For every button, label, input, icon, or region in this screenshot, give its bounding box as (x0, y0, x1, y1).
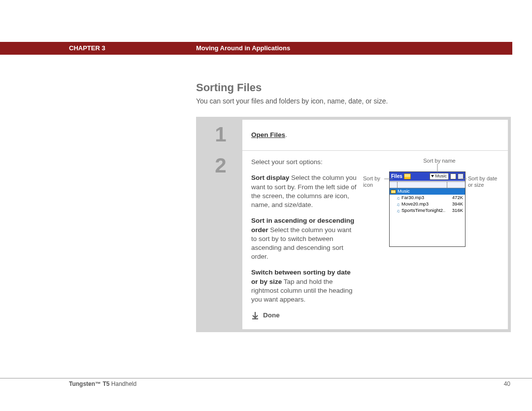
file-name: Far30.mp3 (400, 195, 445, 201)
sort-display-paragraph: Sort display Select the column you want … (251, 173, 359, 209)
palm-screenshot: Files Music (389, 171, 466, 247)
folder-name: Music (398, 188, 410, 195)
palm-view-card-button[interactable] (458, 173, 464, 179)
callout-sort-by-date-size: Sort by date or size (468, 175, 498, 188)
figure-column: Sort by name Sort by icon Sort by date o… (365, 158, 500, 320)
done-row: Done (251, 311, 359, 320)
music-note-icon: ♫ (396, 202, 400, 207)
sort-order-paragraph: Sort in ascending or descending order Se… (251, 216, 359, 261)
folder-icon (404, 173, 411, 179)
file-row[interactable]: ♫ Move20.mp3 394K (390, 201, 465, 207)
done-label: Done (263, 311, 280, 320)
file-size: 472K (445, 195, 465, 201)
column-header-name[interactable] (398, 181, 447, 188)
palm-title: Files (391, 173, 402, 180)
music-note-icon: ♫ (396, 195, 400, 201)
palm-category-dropdown[interactable]: Music (430, 173, 449, 180)
step-body: Open Files. (242, 120, 508, 150)
folder-icon (391, 190, 396, 194)
switch-date-size-paragraph: Switch between sorting by date or by siz… (251, 268, 359, 304)
palm-view-list-button[interactable] (450, 173, 456, 179)
arrow-down-icon (251, 311, 259, 319)
product-name-rest: Handheld (109, 380, 136, 387)
file-name: SportsTimeTonight2… (400, 207, 445, 214)
main-content: Sorting Files You can sort your files an… (196, 81, 508, 332)
file-row[interactable]: ♫ SportsTimeTonight2… 316K (390, 207, 465, 214)
music-note-icon: ♫ (396, 208, 400, 214)
open-files-link[interactable]: Open Files (251, 131, 285, 138)
chapter-label: CHAPTER 3 (69, 44, 105, 52)
file-size: 394K (445, 201, 465, 207)
steps-frame: 1 Open Files. 2 Select your sort options… (196, 117, 511, 332)
column-header-icon[interactable] (390, 181, 398, 188)
chapter-banner: CHAPTER 3 Moving Around in Applications (0, 42, 512, 55)
column-header-size[interactable] (447, 181, 465, 188)
step-intro: Select your sort options: (251, 158, 359, 167)
file-name: Move20.mp3 (400, 201, 445, 207)
page-number: 40 (504, 380, 510, 387)
folder-row[interactable]: Music (390, 188, 465, 195)
label: Sort display (251, 174, 289, 181)
palm-column-headers (390, 181, 465, 188)
palm-file-list: Music ♫ Far30.mp3 472K ♫ Move20.mp3 (390, 188, 465, 246)
section-lead: You can sort your files and folders by i… (196, 97, 508, 105)
callout-sort-by-icon: Sort by icon (363, 175, 388, 188)
step-text-column: Select your sort options: Sort display S… (251, 158, 359, 320)
footer-product: Tungsten™ T5 Handheld (69, 380, 136, 387)
chapter-title: Moving Around in Applications (196, 44, 290, 52)
step-2: 2 Select your sort options: Sort display… (199, 150, 508, 329)
step-1: 1 Open Files. (199, 120, 508, 150)
file-size: 316K (445, 207, 465, 214)
step-number: 2 (199, 151, 242, 329)
page-footer: Tungsten™ T5 Handheld 40 (0, 378, 532, 389)
period: . (285, 131, 287, 138)
file-row[interactable]: ♫ Far30.mp3 472K (390, 195, 465, 201)
palm-titlebar: Files Music (390, 172, 465, 181)
step-body: Select your sort options: Sort display S… (242, 151, 508, 329)
section-heading: Sorting Files (196, 81, 508, 94)
step-number: 1 (199, 120, 242, 150)
product-name-bold: Tungsten™ T5 (69, 380, 109, 387)
callout-sort-by-name: Sort by name (410, 158, 469, 164)
